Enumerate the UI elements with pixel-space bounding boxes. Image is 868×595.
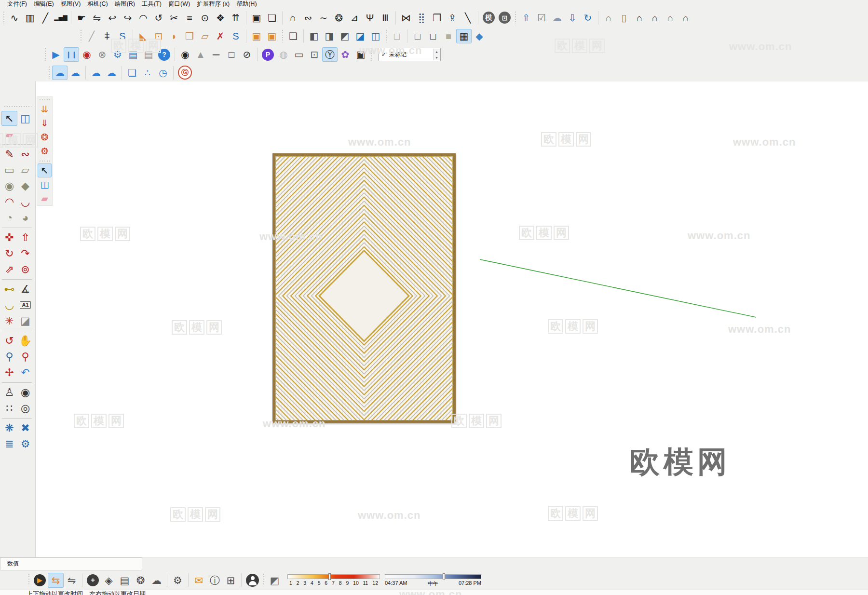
film-disabled-icon[interactable]: ▤ <box>141 47 156 62</box>
strip-double-down-icon[interactable]: ⇊ <box>38 102 52 116</box>
dropdown-scroll-arrows[interactable]: ▲ ▼ <box>433 49 440 60</box>
date-slider[interactable]: 123456789101112 <box>287 573 380 587</box>
zoom-window-tool[interactable]: ⚲ <box>17 349 33 364</box>
idle-circle-icon[interactable]: ◍ <box>276 47 291 62</box>
menu-item-2[interactable]: 视图(V) <box>57 0 84 8</box>
component-tool[interactable]: ◫ <box>17 111 33 126</box>
time-slider-thumb[interactable] <box>443 573 445 580</box>
stop-button[interactable]: ⊗ <box>95 47 110 62</box>
stacked-layers-icon[interactable]: ≡ <box>182 11 197 25</box>
cone-marker-icon[interactable]: ▲ <box>193 47 208 62</box>
menu-item-8[interactable]: 帮助(H) <box>233 0 260 8</box>
solid-trim-icon[interactable]: ◩ <box>337 29 353 43</box>
solid-intersect-icon[interactable]: ◪ <box>353 29 368 43</box>
push-pull-tool[interactable]: ⇧ <box>17 230 33 245</box>
window-column-icon[interactable]: ▥ <box>22 11 38 25</box>
node-group-icon[interactable]: ∴ <box>140 66 155 80</box>
scroll-down-icon[interactable]: ▼ <box>434 54 440 60</box>
cloud-upload-icon[interactable]: ☁ <box>549 11 565 25</box>
cabinet-icon[interactable]: ▯ <box>616 11 632 25</box>
menu-item-5[interactable]: 工具(T) <box>138 0 165 8</box>
rect-style-icon[interactable]: □ <box>224 47 239 62</box>
north-compass-icon[interactable]: ⇪ <box>445 11 460 25</box>
protractor-tool[interactable]: ◡ <box>1 298 17 312</box>
solid-subtract-icon[interactable]: ◨ <box>322 29 337 43</box>
select-tool[interactable]: ↖ <box>1 111 17 126</box>
rotate-tool[interactable]: ↻ <box>1 246 17 261</box>
offset-tool[interactable]: ⊚ <box>17 262 33 277</box>
two-point-arc-tool[interactable]: ◡ <box>17 194 33 209</box>
house-outline-icon[interactable]: ⌂ <box>663 11 678 25</box>
parallel-arrows-icon[interactable]: ⇋ <box>89 11 105 25</box>
shaded-style-icon[interactable]: ■ <box>441 29 456 43</box>
flower-gear-icon[interactable]: ✿ <box>338 47 353 62</box>
time-slider[interactable]: 04:37 AM中午07:28 PM <box>385 573 481 587</box>
previous-view-tool[interactable]: ↶ <box>17 365 33 380</box>
house-flat-icon[interactable]: ⌂ <box>678 11 693 25</box>
scale-tool[interactable]: ⇗ <box>1 262 17 277</box>
strip-swirl-icon[interactable]: ❂ <box>38 130 52 144</box>
follow-me-tool[interactable]: ↷ <box>17 246 33 261</box>
plugin-gear-tool[interactable]: ⚙ <box>17 436 33 451</box>
curve-cursor2-icon[interactable]: S <box>228 29 244 43</box>
menu-item-7[interactable]: 扩展程序 (x) <box>193 0 233 8</box>
strip-chevron-icon[interactable]: ⇓ <box>38 116 52 130</box>
section-plane-tool[interactable]: ◪ <box>17 313 33 328</box>
frame-line-icon[interactable]: ▣ <box>249 29 264 43</box>
dome-icon[interactable]: ∩ <box>285 11 300 25</box>
spiral-icon[interactable]: ❂ <box>331 11 347 25</box>
menu-item-4[interactable]: 绘图(R) <box>111 0 138 8</box>
g-logo-icon[interactable]: Ⓖ <box>178 66 192 80</box>
menu-item-3[interactable]: 相机(C) <box>84 0 111 8</box>
curve-arrow-left-icon[interactable]: ↩ <box>105 11 120 25</box>
om-export-badge-icon[interactable]: ⊡ <box>499 12 511 24</box>
text-tool[interactable]: A1 <box>17 298 33 312</box>
sync-icon[interactable]: ↻ <box>580 11 596 25</box>
look-around-tool[interactable]: ◉ <box>17 385 33 400</box>
axes-tool[interactable]: ✳ <box>1 313 17 328</box>
house-solid-icon[interactable]: ⌂ <box>632 11 647 25</box>
render-logo-icon[interactable]: ▶ <box>34 574 46 586</box>
strip-select-tool[interactable]: ↖ <box>38 163 52 177</box>
menu-item-0[interactable]: 文件(F) <box>4 0 30 8</box>
strip-gear-icon[interactable]: ⚙ <box>38 144 52 158</box>
xray-style-icon[interactable]: □ <box>389 29 405 43</box>
bead-wave-icon[interactable]: ∾ <box>300 11 316 25</box>
walk-tool[interactable]: ∷ <box>1 401 17 416</box>
zoom-extents-tool[interactable]: ✢ <box>1 365 17 380</box>
menu-item-6[interactable]: 窗口(W) <box>165 0 193 8</box>
house-chimney-icon[interactable]: ⌂ <box>647 11 663 25</box>
tilted-columns-icon[interactable]: Ⅲ <box>378 11 393 25</box>
checker-flower-icon[interactable]: ❂ <box>133 573 149 588</box>
pie-filled-tool[interactable]: ◕ <box>17 210 33 225</box>
info-icon[interactable]: ⓘ <box>207 573 223 588</box>
dimension-tool[interactable]: ∡ <box>17 282 33 297</box>
rectangle-tool[interactable]: ▭ <box>1 162 17 177</box>
freehand-tool[interactable]: ∾ <box>17 147 33 162</box>
door-panel-icon[interactable]: ❐ <box>429 11 445 25</box>
tag-dropdown[interactable]: ✓ 未标记 ▲ ▼ <box>378 48 441 61</box>
help-icon[interactable]: ? <box>158 49 170 61</box>
broom-icon[interactable]: ╲ <box>460 11 475 25</box>
tape-measure-tool[interactable]: ⊷ <box>1 282 17 297</box>
profile-tool-icon[interactable]: ╱ <box>84 29 99 43</box>
cone-parts-icon[interactable]: ◗ <box>166 29 182 43</box>
sync-scenes-icon[interactable]: ⇆ <box>48 573 64 588</box>
compass-eye-tool[interactable]: ◎ <box>17 401 33 416</box>
hand-press-icon[interactable]: ☛ <box>74 11 89 25</box>
hide-eye-icon[interactable]: ⊘ <box>239 47 255 62</box>
solid-union-icon[interactable]: ◧ <box>306 29 322 43</box>
arch-icon[interactable]: ◠ <box>136 11 151 25</box>
textured-style-icon[interactable]: ▦ <box>456 29 472 43</box>
curve-arrow-right-icon[interactable]: ↪ <box>120 11 136 25</box>
user-avatar[interactable] <box>246 574 259 587</box>
house-3d-icon[interactable]: ⌂ <box>601 11 616 25</box>
cut-x-icon[interactable]: ✗ <box>213 29 228 43</box>
wedge-icon[interactable]: ◣ <box>136 29 151 43</box>
menu-item-1[interactable]: 编辑(E) <box>30 0 57 8</box>
drawing-canvas[interactable] <box>36 81 868 557</box>
cart-icon[interactable]: ⊞ <box>223 573 239 588</box>
bar-chart-icon[interactable]: ▂▅▇ <box>53 11 68 25</box>
pin-circle-icon[interactable]: ⊙ <box>197 11 213 25</box>
video-camera-icon[interactable]: ▭ <box>291 47 307 62</box>
